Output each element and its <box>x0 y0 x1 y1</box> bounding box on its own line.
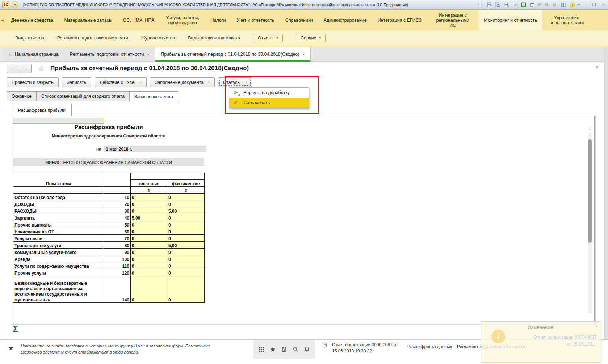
kass-value-cell[interactable]: 0 <box>131 249 167 255</box>
ribbon-item-accounting[interactable]: Учет и отчетность <box>231 10 280 30</box>
sheet-tab-label: Расшифровка прибыли <box>18 108 66 113</box>
kass-value-cell[interactable]: 0 <box>131 200 167 207</box>
info-chevron-icon[interactable]: ▾ <box>578 3 580 7</box>
kass-value-cell[interactable]: 0 <box>131 269 167 276</box>
selected-cell-highlight[interactable] <box>13 118 104 124</box>
app-menu-grid-icon[interactable] <box>259 346 265 352</box>
reports-menu-button[interactable]: Отчеты▾ <box>253 34 283 42</box>
ribbon-item-services[interactable]: Услуги, работы, производство <box>160 10 205 30</box>
ribbon-item-materials[interactable]: Материальные запасы <box>59 10 117 30</box>
fill-document-button[interactable]: Заполнение документа▾ <box>150 77 215 87</box>
calculator-icon[interactable] <box>521 2 527 8</box>
subnav-report-journal[interactable]: Журнал отчетов <box>141 35 175 41</box>
fakt-value-cell[interactable]: 0 <box>167 221 205 228</box>
fakt-value-cell[interactable]: 0 <box>167 249 205 255</box>
fakt-value-cell[interactable]: 0 <box>167 214 205 221</box>
subnav-reporting-reglament[interactable]: Регламент подготовки отчетности <box>57 35 128 41</box>
ribbon-item-egisz[interactable]: Интеграция с ЕГИСЗ <box>372 10 427 30</box>
close-tab-icon[interactable]: × <box>147 52 150 56</box>
statuses-button[interactable]: Статусы▾ <box>218 77 252 87</box>
favorite-star-icon[interactable]: ☆ <box>38 64 45 73</box>
link-data-decryption[interactable]: Расшифровка данных <box>407 344 452 349</box>
kass-value-cell[interactable]: 0 <box>131 207 167 214</box>
tab-home[interactable]: ⌂ Начальная страница <box>3 47 64 61</box>
minimize-button[interactable]: – <box>583 2 588 7</box>
ribbon-item-regional-is[interactable]: Интеграция с региональными ИС <box>427 10 478 30</box>
kass-value-cell[interactable]: 0 <box>131 228 167 235</box>
search-icon[interactable] <box>293 346 299 352</box>
close-window-button[interactable]: × <box>600 2 606 7</box>
fakt-value-cell[interactable]: 0 <box>167 269 205 276</box>
form-tab-fill-report[interactable]: Заполнение отчета <box>129 91 178 102</box>
toast-close-icon[interactable]: × <box>595 324 598 329</box>
form-tab-org-list[interactable]: Список организаций для сводного отчета <box>36 91 130 101</box>
print-preview-icon[interactable] <box>495 2 500 8</box>
info-icon[interactable]: i <box>569 2 575 8</box>
kass-value-cell[interactable]: 0 <box>131 235 167 242</box>
memory-m-button[interactable]: M <box>538 2 541 8</box>
fakt-value-cell[interactable]: 0 <box>167 228 205 235</box>
fakt-value-cell[interactable]: 0 <box>167 262 205 269</box>
fakt-value-cell[interactable]: 0 <box>167 276 205 303</box>
notifications-bell-icon[interactable] <box>304 346 310 352</box>
sheet-tab-rasshifrovka[interactable]: Расшифровка прибыли <box>12 104 72 116</box>
main-menu-button[interactable]: ▾ <box>12 1 18 8</box>
close-tab-icon[interactable]: × <box>302 52 305 56</box>
mail-document-icon[interactable] <box>512 2 518 8</box>
fakt-value-cell[interactable]: 5,00 <box>167 207 205 214</box>
ribbon-item-administration[interactable]: Администрирование <box>318 10 372 30</box>
calendar-icon[interactable]: 31 <box>529 2 535 8</box>
send-document-icon[interactable] <box>503 2 509 8</box>
menu-item-approve[interactable]: ✔ Согласовать <box>229 98 309 108</box>
table-row: Зарплата405,000 <box>13 214 205 221</box>
forward-button[interactable]: → <box>19 64 32 73</box>
kass-value-cell[interactable]: 0 <box>131 194 167 200</box>
back-button[interactable]: ← <box>7 64 19 73</box>
ribbon-item-taxes[interactable]: Налоги <box>205 10 231 30</box>
kass-value-cell[interactable]: 5,00 <box>131 214 167 221</box>
date-cell[interactable]: 1 мая 2018 г. <box>104 146 206 152</box>
tab-pribyl-active[interactable]: Прибыль за отчетный период с 01.04.2018 … <box>155 47 311 61</box>
ribbon-collapse-icon[interactable]: ◀ <box>1 18 4 22</box>
ribbon-item-user-management[interactable]: Управление пользователями <box>542 10 591 30</box>
excel-action-button[interactable]: Действие с Excel▾ <box>95 77 147 87</box>
memory-m-minus-button[interactable]: M- <box>553 2 558 8</box>
print-icon[interactable] <box>486 2 492 8</box>
fakt-value-cell[interactable]: 0 <box>167 194 205 200</box>
kass-value-cell[interactable]: 0 <box>131 242 167 249</box>
tab-reglamenty[interactable]: Регламенты подготовки отчетности × <box>64 47 155 61</box>
service-menu-button[interactable]: Сервис▾ <box>296 34 326 42</box>
fakt-value-cell[interactable]: 0 <box>167 200 205 207</box>
fakt-value-cell[interactable]: 5,00 <box>167 242 205 249</box>
subnav-report-types[interactable]: Виды отчетов <box>15 35 44 41</box>
empty-cell <box>104 187 131 194</box>
write-button[interactable]: Записать <box>62 77 91 87</box>
document-form: ← → ☆ Прибыль за отчетный период с 01.04… <box>0 62 608 339</box>
ribbon-item-label: Денежные средства <box>11 18 53 23</box>
kass-value-cell[interactable]: 0 <box>131 221 167 228</box>
save-icon[interactable] <box>477 2 483 8</box>
fakt-value-cell[interactable]: 0 <box>167 255 205 262</box>
status-doc-link[interactable]: Отчет организации 0000-0087 от 15.06.201… <box>332 342 406 354</box>
restore-button[interactable]: ❐ <box>591 2 597 7</box>
scroll-up-icon[interactable]: ▲ <box>588 128 591 131</box>
form-tab-osnovnoe[interactable]: Основное <box>7 91 37 101</box>
kass-value-cell[interactable]: 0 <box>131 262 167 269</box>
ribbon-item-monitoring[interactable]: Мониторинг и отчетность <box>478 10 542 30</box>
history-icon[interactable] <box>281 346 287 352</box>
kass-value-cell[interactable]: 0 <box>131 255 167 262</box>
ribbon-item-os-nma-npa[interactable]: ОС, НМА, НПА <box>118 10 160 30</box>
split-window-icon[interactable] <box>561 2 566 8</box>
kass-value-cell[interactable]: 0 <box>131 276 167 303</box>
ribbon-item-directories[interactable]: Справочники <box>280 10 318 30</box>
ribbon-item-cash[interactable]: Денежные средства <box>6 10 59 30</box>
subnav-layout-requisites[interactable]: Виды реквизитов макета <box>188 35 240 41</box>
memory-m-plus-button[interactable]: M+ <box>545 2 550 8</box>
favorites-star-icon[interactable] <box>270 346 276 352</box>
menu-item-return-for-revision[interactable]: ⟳✕ Вернуть на доработку <box>229 88 309 98</box>
fakt-value-cell[interactable]: 0 <box>167 235 205 242</box>
doc-history-icon[interactable] <box>322 342 328 348</box>
post-and-close-button[interactable]: Провести и закрыть <box>7 77 59 87</box>
form-close-icon[interactable]: × <box>596 64 599 70</box>
scrollbar-thumb[interactable] <box>588 139 592 243</box>
